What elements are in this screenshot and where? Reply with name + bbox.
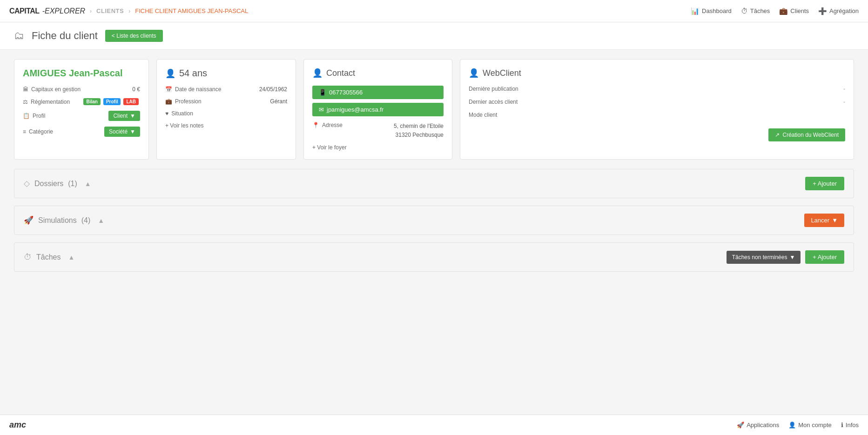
client-row-capitaux: 🏛 Capitaux en gestion 0 € bbox=[23, 86, 140, 93]
footer-right: 🚀 Applications 👤 Mon compte ℹ Infos bbox=[737, 422, 859, 428]
footer-infos[interactable]: ℹ Infos bbox=[841, 422, 859, 428]
rocket-icon: 🚀 bbox=[737, 422, 744, 428]
footer-mon-compte-label: Mon compte bbox=[798, 422, 832, 428]
dossiers-count: (1) bbox=[68, 180, 77, 188]
profil-icon: 📋 bbox=[23, 113, 30, 119]
badge-row: Bilan Profil LAB bbox=[83, 98, 140, 105]
nav-clients[interactable]: 💼 Clients bbox=[779, 7, 809, 15]
top-nav-right: 📊 Dashboard ⏱ Tâches 💼 Clients ➕ Agrégat… bbox=[691, 7, 859, 15]
breadcrumb-clients[interactable]: CLIENTS bbox=[96, 7, 124, 14]
date-naissance-label: 📅 Date de naissance bbox=[165, 86, 221, 93]
top-navigation: CAPITAL-EXPLORER › CLIENTS › FICHE CLIEN… bbox=[0, 0, 868, 22]
voir-foyer[interactable]: + Voir le foyer bbox=[312, 144, 444, 151]
email-icon: ✉ bbox=[319, 106, 324, 113]
age-title: 👤 54 ans bbox=[165, 68, 287, 79]
situation-row: ♥ Situation bbox=[165, 110, 287, 117]
nav-agregation[interactable]: ➕ Agrégation bbox=[818, 7, 859, 15]
webclient-title-label: WebClient bbox=[483, 68, 521, 78]
email-button[interactable]: ✉ jpamigues@amcsa.fr bbox=[312, 103, 444, 116]
footer-mon-compte[interactable]: 👤 Mon compte bbox=[788, 422, 832, 428]
dossiers-title: Dossiers bbox=[34, 180, 63, 188]
taches-right: Tâches non terminées ▼ + Ajouter bbox=[727, 250, 844, 264]
contact-title-label: Contact bbox=[326, 68, 355, 78]
profil-dropdown[interactable]: Client ▼ bbox=[108, 111, 140, 121]
profession-label: 💼 Profession bbox=[165, 98, 202, 105]
pin-icon: 📍 bbox=[312, 122, 319, 128]
simulations-launch-label: Lancer bbox=[811, 217, 829, 224]
webclient-pub-label: Dernière publication bbox=[469, 86, 518, 92]
dossiers-left: ◇ Dossiers (1) ▲ bbox=[24, 179, 91, 188]
briefcase-icon: 💼 bbox=[779, 7, 788, 15]
webclient-title: 👤 WebClient bbox=[469, 68, 845, 78]
webclient-card: 👤 WebClient Dernière publication - Derni… bbox=[460, 59, 854, 160]
briefcase-icon: 🗂 bbox=[14, 30, 24, 42]
badge-profil: Profil bbox=[103, 98, 121, 105]
breadcrumb-area: CAPITAL-EXPLORER › CLIENTS › FICHE CLIEN… bbox=[9, 7, 248, 15]
reglementation-label: ⚖ Réglementation bbox=[23, 99, 70, 105]
footer-applications-label: Applications bbox=[747, 422, 779, 428]
simulations-chevron-up[interactable]: ▲ bbox=[98, 217, 104, 224]
nav-taches-label: Tâches bbox=[750, 7, 770, 14]
address-row: 📍 Adresse 5, chemin de l'Etoile 31320 Pe… bbox=[312, 122, 444, 140]
nav-taches[interactable]: ⏱ Tâches bbox=[741, 7, 770, 15]
agregation-icon: ➕ bbox=[818, 7, 827, 15]
client-row-reglementation: ⚖ Réglementation Bilan Profil LAB bbox=[23, 98, 140, 105]
webclient-mode-row: Mode client bbox=[469, 112, 845, 118]
phone-button[interactable]: 📱 0677305566 bbox=[312, 86, 444, 99]
user-icon: 👤 bbox=[788, 422, 796, 428]
age-value: 54 ans bbox=[179, 68, 207, 79]
age-card: 👤 54 ans 📅 Date de naissance 24/05/1962 … bbox=[156, 59, 296, 160]
info-icon: ℹ bbox=[841, 422, 843, 428]
btn-list-clients[interactable]: < Liste des clients bbox=[105, 30, 163, 42]
nav-dashboard[interactable]: 📊 Dashboard bbox=[691, 7, 732, 15]
webclient-pub-row: Dernière publication - bbox=[469, 86, 845, 92]
situation-label: ♥ Situation bbox=[165, 110, 193, 117]
diamond-icon: ◇ bbox=[24, 179, 30, 188]
capitaux-label: 🏛 Capitaux en gestion bbox=[23, 86, 81, 93]
breadcrumb-sep-1: › bbox=[90, 8, 92, 14]
categorie-dropdown[interactable]: Société ▼ bbox=[104, 127, 140, 137]
address-line2: 31320 Pechbusque bbox=[394, 131, 444, 140]
heart-icon: ♥ bbox=[165, 110, 168, 117]
taches-filter-button[interactable]: Tâches non terminées ▼ bbox=[727, 251, 801, 264]
email-address: jpamigues@amcsa.fr bbox=[327, 106, 384, 113]
address-line1: 5, chemin de l'Etoile bbox=[394, 122, 444, 131]
btn-create-webclient-label: Création du WebClient bbox=[782, 132, 839, 138]
webclient-acces-row: Dernier accès client - bbox=[469, 99, 845, 105]
contact-title: 👤 Contact bbox=[312, 68, 444, 78]
address-label: 📍 Adresse bbox=[312, 122, 343, 128]
brand-capital: CAPITAL bbox=[9, 7, 40, 15]
page-title: Fiche du client bbox=[32, 30, 98, 42]
btn-create-webclient[interactable]: ↗ Création du WebClient bbox=[768, 128, 845, 141]
profil-dropdown-label: Client bbox=[113, 113, 128, 119]
voir-notes[interactable]: + Voir les notes bbox=[165, 122, 287, 129]
dossiers-add-button[interactable]: + Ajouter bbox=[805, 177, 844, 190]
dossiers-chevron-up[interactable]: ▲ bbox=[85, 180, 91, 187]
main-content: AMIGUES Jean-Pascal 🏛 Capitaux en gestio… bbox=[0, 50, 868, 288]
taches-chevron-up[interactable]: ▲ bbox=[68, 254, 74, 261]
contact-icon: 👤 bbox=[312, 68, 323, 78]
categorie-label: ≡ Catégorie bbox=[23, 128, 53, 135]
chevron-down-icon: ▼ bbox=[789, 254, 795, 261]
work-icon: 💼 bbox=[165, 98, 172, 105]
simulations-count: (4) bbox=[81, 216, 91, 225]
taches-add-button[interactable]: + Ajouter bbox=[805, 250, 844, 264]
clock-icon: ⏱ bbox=[24, 253, 32, 262]
bank-icon: 🏛 bbox=[23, 86, 28, 93]
cards-row: AMIGUES Jean-Pascal 🏛 Capitaux en gestio… bbox=[14, 59, 854, 160]
chevron-down-icon: ▼ bbox=[130, 128, 135, 135]
chevron-down-icon: ▼ bbox=[130, 113, 135, 119]
webclient-icon: 👤 bbox=[469, 68, 479, 78]
profession-value: Gérant bbox=[270, 98, 287, 105]
badge-lab: LAB bbox=[123, 98, 139, 105]
profession-row: 💼 Profession Gérant bbox=[165, 98, 287, 105]
categorie-icon: ≡ bbox=[23, 128, 26, 135]
footer-applications[interactable]: 🚀 Applications bbox=[737, 422, 779, 428]
simulations-launch-button[interactable]: Lancer ▼ bbox=[804, 214, 844, 227]
brand-explorer: -EXPLORER bbox=[42, 7, 85, 15]
footer: amc 🚀 Applications 👤 Mon compte ℹ Infos bbox=[0, 415, 868, 435]
nav-dashboard-label: Dashboard bbox=[702, 7, 732, 14]
taches-section: ⏱ Tâches ▲ Tâches non terminées ▼ + Ajou… bbox=[14, 242, 854, 272]
share-icon: ↗ bbox=[775, 132, 780, 138]
phone-number: 0677305566 bbox=[329, 89, 363, 96]
